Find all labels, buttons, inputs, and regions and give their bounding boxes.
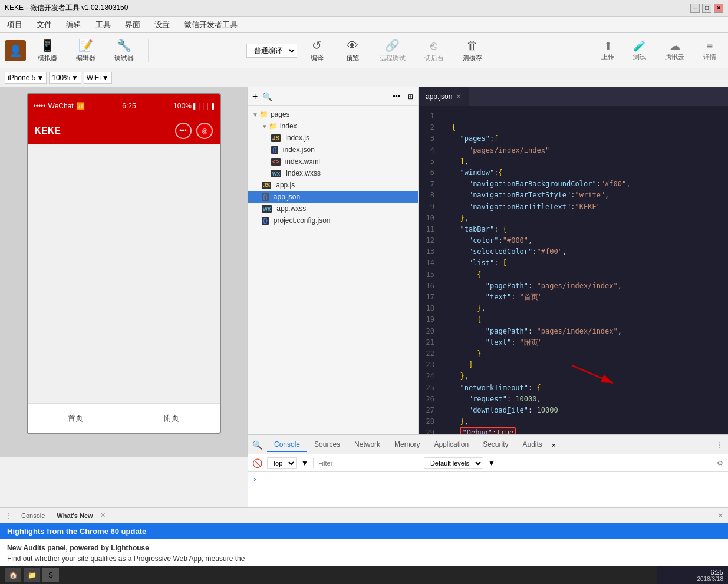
devtools-more-tabs[interactable]: »: [552, 441, 556, 449]
tree-item-index-wxml[interactable]: <> index.wxml: [248, 156, 418, 167]
devtools-menu-btn[interactable]: ⋮: [716, 441, 723, 449]
devtools-tab-sources[interactable]: Sources: [307, 438, 347, 452]
menu-edit[interactable]: 编辑: [64, 18, 84, 31]
layout-btn[interactable]: ⊞: [407, 93, 413, 101]
main-toolbar: 👤 📱 模拟器 📝 编辑器 🔧 调试器 普通编译 ↺ 编译 👁 预览: [0, 33, 728, 68]
taskbar-app-icon-1[interactable]: 🏠: [5, 568, 21, 582]
devtools-filter-bar: 🚫 top ▼ Default levels ▼ ⚙: [248, 454, 728, 472]
device-name: iPhone 5: [8, 74, 35, 82]
phone-nav-icon-dots[interactable]: •••: [175, 123, 192, 139]
cut-tab-btn[interactable]: ⎋ 切后台: [417, 37, 451, 65]
dock-tab-console[interactable]: Console: [17, 511, 50, 520]
menu-settings[interactable]: 设置: [152, 18, 172, 31]
dock-tab-close[interactable]: ✕: [100, 512, 106, 519]
whats-new-content: New Audits panel, powered by Lighthouse …: [0, 539, 728, 567]
devtools-tab-security[interactable]: Security: [476, 438, 515, 452]
context-select[interactable]: top: [267, 457, 297, 469]
tree-item-app-js[interactable]: JS app.js: [248, 179, 418, 191]
compile-mode-select[interactable]: 普通编译: [246, 44, 297, 58]
app-js-icon: JS: [262, 182, 271, 189]
menu-tools[interactable]: 工具: [93, 18, 113, 31]
index-json-label: index.json: [283, 146, 315, 154]
devtools-tab-network[interactable]: Network: [347, 438, 387, 452]
device-bar: iPhone 5 ▼ 100% ▼ WiFi ▼: [0, 68, 728, 87]
debugger-icon: 🔧: [117, 38, 131, 52]
cloud-btn[interactable]: ☁ 腾讯云: [658, 37, 691, 64]
cloud-icon: ☁: [670, 39, 680, 52]
close-btn[interactable]: ✕: [714, 4, 723, 13]
menu-file[interactable]: 文件: [34, 18, 54, 31]
wxml-icon: <>: [271, 158, 281, 166]
compile-btn[interactable]: ↺ 编译: [302, 36, 332, 65]
phone-tab-home[interactable]: 首页: [28, 404, 124, 433]
cut-tab-label: 切后台: [424, 54, 444, 62]
levels-select[interactable]: Default levels: [424, 457, 483, 469]
phone-nav-icon-close[interactable]: ◎: [196, 123, 213, 139]
phone-tab-sub-label: 附页: [164, 413, 179, 424]
code-content[interactable]: { "pages":[ "pages/index/index" ], "wind…: [442, 106, 728, 444]
zoom-select[interactable]: 100% ▼: [49, 72, 81, 84]
phone-nav-icons: ••• ◎: [175, 123, 213, 139]
devtools-inspect-icon[interactable]: 🔍: [252, 440, 262, 450]
dock-tab-whats-new[interactable]: What's New: [52, 511, 97, 520]
clear-cache-btn[interactable]: 🗑 清缓存: [456, 37, 489, 65]
devtools-tab-memory[interactable]: Memory: [387, 438, 427, 452]
debugger-btn[interactable]: 🔧 调试器: [107, 36, 141, 65]
test-btn[interactable]: 🧪 测试: [626, 37, 653, 64]
remote-debug-icon: 🔗: [385, 38, 400, 52]
tree-item-project-config[interactable]: {} project.config.json: [248, 215, 418, 226]
pages-folder-icon: 📁: [259, 110, 268, 118]
preview-btn[interactable]: 👁 预览: [337, 37, 368, 65]
preview-icon: 👁: [347, 39, 358, 52]
menu-interface[interactable]: 界面: [123, 18, 143, 31]
network-value: WiFi: [87, 74, 101, 82]
devtools-tab-application[interactable]: Application: [427, 438, 476, 452]
phone-tab-sub[interactable]: 附页: [124, 404, 220, 433]
add-file-btn[interactable]: +: [252, 91, 258, 102]
settings-gear-icon[interactable]: ⚙: [717, 459, 723, 467]
tab-close-btn[interactable]: ✕: [456, 93, 462, 101]
tree-item-index[interactable]: ▼ 📁 index: [248, 120, 418, 132]
maximize-btn[interactable]: □: [702, 4, 711, 13]
remote-debug-btn[interactable]: 🔗 远程调试: [373, 36, 413, 65]
menu-bar: 项目 文件 编辑 工具 界面 设置 微信开发者工具: [0, 17, 728, 33]
devtools-tab-audits[interactable]: Audits: [516, 438, 549, 452]
tree-item-index-json[interactable]: {} index.json: [248, 144, 418, 156]
filter-input[interactable]: [313, 458, 419, 468]
menu-wechat-dev[interactable]: 微信开发者工具: [182, 18, 240, 31]
taskbar-app-icon-3[interactable]: S: [42, 568, 59, 582]
taskbar-time: 6:25 2018/3/18: [657, 566, 728, 584]
phone-time: 6:25: [122, 102, 136, 110]
detail-btn[interactable]: ≡ 详情: [696, 38, 723, 64]
dock-close-panel-btn[interactable]: ✕: [717, 512, 723, 520]
index-folder-icon: 📁: [269, 122, 278, 130]
more-options-btn[interactable]: •••: [393, 93, 400, 101]
tree-item-index-wxss[interactable]: wx index.wxss: [248, 167, 418, 179]
device-select[interactable]: iPhone 5 ▼: [5, 72, 47, 84]
highlight-title: Highlights from the Chrome 60 update: [7, 527, 146, 536]
simulator-btn[interactable]: 📱 模拟器: [31, 36, 64, 65]
clock-date: 2018/3/18: [697, 576, 724, 582]
taskbar-app-icon-2[interactable]: 📁: [24, 568, 40, 582]
tree-item-pages[interactable]: ▼ 📁 pages: [248, 108, 418, 120]
tree-item-app-wxss[interactable]: wx app.wxss: [248, 203, 418, 215]
app-wxss-icon: wx: [262, 205, 272, 213]
line-numbers: 12345 678910 1112131415 1617181920 21222…: [419, 106, 442, 444]
tree-item-app-json[interactable]: {} app.json: [248, 191, 418, 203]
console-chevron: ›: [252, 474, 257, 484]
devtools-tab-console[interactable]: Console: [267, 438, 307, 452]
menu-project[interactable]: 项目: [5, 18, 25, 31]
cloud-label: 腾讯云: [665, 52, 684, 61]
minimize-btn[interactable]: ─: [690, 4, 700, 13]
editor-panel: app.json ✕ 12345 678910 1112131415 16171…: [419, 87, 728, 457]
editor-tab-app-json[interactable]: app.json ✕: [419, 87, 469, 106]
editor-btn[interactable]: 📝 编辑器: [69, 36, 103, 65]
upload-btn[interactable]: ⬆ 上传: [594, 37, 621, 64]
window-controls[interactable]: ─ □ ✕: [690, 4, 723, 13]
network-select[interactable]: WiFi ▼: [84, 72, 112, 84]
search-file-btn[interactable]: 🔍: [262, 92, 272, 101]
tree-item-index-js[interactable]: JS index.js: [248, 132, 418, 144]
dock-menu-icon[interactable]: ⋮: [5, 512, 12, 520]
phone-status-bar: ••••• WeChat 📶 6:25 100% ████: [28, 94, 220, 118]
carrier-name: WeChat: [48, 102, 74, 110]
